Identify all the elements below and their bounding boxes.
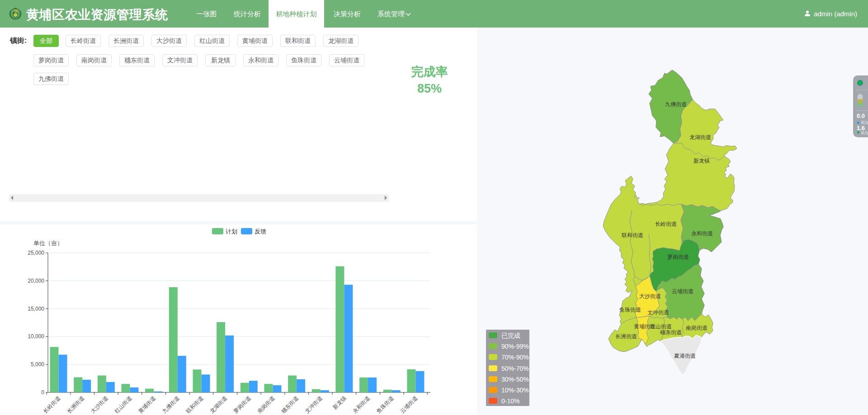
svg-text:计划: 计划 <box>226 228 237 235</box>
svg-text:南岗街道: 南岗街道 <box>256 395 276 415</box>
svg-text:联和街道: 联和街道 <box>621 232 643 238</box>
svg-text:长洲街道: 长洲街道 <box>615 333 637 340</box>
svg-text:长岭街道: 长岭街道 <box>655 221 677 227</box>
svg-text:夏港街道: 夏港街道 <box>674 353 696 359</box>
svg-text:龙湖街道: 龙湖街道 <box>689 134 711 140</box>
svg-text:5,000: 5,000 <box>31 361 44 368</box>
svg-text:0: 0 <box>41 389 44 396</box>
svg-text:鱼珠街道: 鱼珠街道 <box>375 395 395 415</box>
svg-text:新龙镇: 新龙镇 <box>331 395 347 410</box>
svg-text:长洲街道: 长洲街道 <box>66 395 85 415</box>
svg-text:大沙街道: 大沙街道 <box>90 395 109 415</box>
svg-text:黄埔街道: 黄埔街道 <box>137 395 157 415</box>
svg-text:20,000: 20,000 <box>28 278 44 284</box>
svg-text:穗东街道: 穗东街道 <box>660 329 682 336</box>
svg-text:25,000: 25,000 <box>28 250 44 256</box>
svg-text:云埔街道: 云埔街道 <box>672 288 693 294</box>
svg-text:鱼珠街道: 鱼珠街道 <box>619 307 641 313</box>
svg-text:永和街道: 永和街道 <box>691 230 713 237</box>
svg-text:文冲街道: 文冲街道 <box>647 309 669 316</box>
svg-text:新龙镇: 新龙镇 <box>693 158 710 164</box>
svg-text:10,000: 10,000 <box>28 333 44 340</box>
svg-text:穗东街道: 穗东街道 <box>280 395 300 415</box>
svg-text:大沙街道: 大沙街道 <box>639 293 661 299</box>
svg-text:长岭街道: 长岭街道 <box>42 395 62 415</box>
svg-text:文冲街道: 文冲街道 <box>304 395 324 415</box>
svg-text:云埔街道: 云埔街道 <box>399 395 419 415</box>
svg-text:红山街道: 红山街道 <box>650 323 672 330</box>
svg-text:0.0: 0.0 <box>857 112 865 119</box>
svg-text:K/s: K/s <box>861 130 868 135</box>
svg-text:萝岗街道: 萝岗街道 <box>232 395 252 415</box>
svg-text:龙湖街道: 龙湖街道 <box>208 395 228 415</box>
svg-text:南岗街道: 南岗街道 <box>686 325 708 331</box>
svg-text:九佛街道: 九佛街道 <box>665 101 687 107</box>
svg-text:联和街道: 联和街道 <box>184 395 205 415</box>
svg-text:九佛街道: 九佛街道 <box>161 395 181 415</box>
svg-text:反馈: 反馈 <box>255 228 266 235</box>
svg-text:15,000: 15,000 <box>28 306 44 312</box>
svg-text:单位（亩）: 单位（亩） <box>33 240 63 247</box>
svg-text:萝岗街道: 萝岗街道 <box>667 254 689 260</box>
svg-text:红山街道: 红山街道 <box>113 395 133 415</box>
svg-text:永和街道: 永和街道 <box>351 395 371 415</box>
